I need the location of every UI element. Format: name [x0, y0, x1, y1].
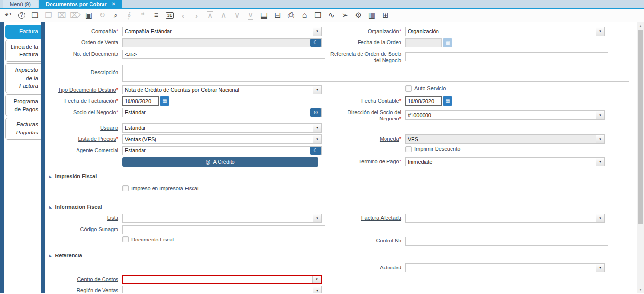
- organizacion-field[interactable]: ▼: [405, 27, 605, 36]
- imprimir-descuento-checkbox[interactable]: [405, 146, 412, 152]
- tipo-documento-field[interactable]: ▼: [122, 85, 322, 94]
- archive-viewer-icon[interactable]: ▥: [366, 10, 378, 21]
- lista-field[interactable]: ▼: [122, 214, 322, 223]
- print-icon[interactable]: ⎙: [285, 10, 297, 21]
- auto-servicio-checkbox[interactable]: [405, 85, 412, 92]
- organizacion-dropdown-button[interactable]: ▼: [596, 27, 604, 36]
- tab-documentos-por-cobrar[interactable]: Documentos por Cobrar ✕: [39, 0, 122, 8]
- impreso-fiscal-checkbox[interactable]: [122, 185, 129, 191]
- calendar-icon: ▦: [162, 98, 167, 104]
- usuario-dropdown-button[interactable]: ▼: [313, 124, 321, 132]
- centro-costos-field[interactable]: ▼: [122, 275, 322, 284]
- lista-precios-field[interactable]: ▼: [122, 134, 322, 144]
- calendar-icon[interactable]: 31: [164, 10, 176, 21]
- save-icon[interactable]: ▣: [83, 10, 95, 21]
- sidebar-tab-factura[interactable]: Factura: [5, 25, 41, 39]
- lista-dropdown-button[interactable]: ▼: [313, 214, 321, 222]
- agente-comercial-field[interactable]: ☾: [122, 146, 322, 155]
- termino-pago-field[interactable]: ▼: [405, 157, 605, 166]
- a-credito-button[interactable]: @ A Crédito: [122, 157, 318, 167]
- find-icon[interactable]: ⌕: [110, 10, 122, 21]
- factura-afectada-dropdown-button[interactable]: ▼: [596, 214, 604, 222]
- no-documento-input[interactable]: [122, 50, 325, 59]
- agente-comercial-input[interactable]: [123, 147, 310, 155]
- agente-comercial-search-button[interactable]: ☾: [310, 147, 321, 155]
- factura-afectada-input[interactable]: [406, 214, 596, 222]
- lista-precios-dropdown-button[interactable]: ▼: [313, 135, 321, 143]
- vertical-scrollbar[interactable]: ▲ ▼: [637, 22, 644, 293]
- socio-negocio-field[interactable]: ⊙: [122, 108, 322, 117]
- termino-pago-dropdown-button[interactable]: ▼: [596, 158, 604, 166]
- next-record-icon: ∨: [231, 10, 243, 21]
- collapse-triangle-icon: ◣: [49, 175, 52, 178]
- direccion-socio-field[interactable]: ▼: [405, 110, 605, 120]
- report-icon[interactable]: ▤: [258, 10, 270, 21]
- scroll-down-icon[interactable]: ▼: [639, 288, 642, 291]
- section-impresion-fiscal[interactable]: ◣ Impresión Fiscal: [45, 171, 629, 180]
- zoom-across-icon[interactable]: ❒: [312, 10, 324, 21]
- orden-venta-search-button[interactable]: ☾: [310, 39, 321, 47]
- control-no-input[interactable]: [405, 237, 608, 246]
- direccion-socio-input[interactable]: [406, 111, 596, 119]
- sidebar-tab-programa-de-pagos[interactable]: Programa de Pagos: [5, 94, 41, 116]
- workflow-icon[interactable]: ∿: [325, 10, 337, 21]
- tipo-documento-dropdown-button[interactable]: ▼: [313, 86, 321, 94]
- direccion-socio-dropdown-button[interactable]: ▼: [596, 111, 604, 119]
- organizacion-input[interactable]: [406, 27, 596, 36]
- lista-input[interactable]: [123, 214, 313, 222]
- descripcion-textarea[interactable]: [122, 65, 629, 82]
- actividad-field[interactable]: ▼: [405, 263, 605, 272]
- codigo-sunagro-input[interactable]: [122, 225, 325, 234]
- fecha-facturacion-field[interactable]: ▦: [122, 96, 169, 106]
- socio-negocio-info-button[interactable]: ⊙: [310, 108, 321, 117]
- chevron-down-icon: ▼: [599, 267, 602, 269]
- scroll-up-icon[interactable]: ▲: [639, 24, 642, 27]
- documento-fiscal-checkbox[interactable]: [122, 236, 129, 242]
- centro-costos-dropdown-button[interactable]: ▼: [312, 276, 321, 283]
- usuario-input[interactable]: [123, 124, 313, 132]
- section-informacion-fiscal[interactable]: ◣ Informacion Fiscal: [45, 201, 629, 211]
- compania-input[interactable]: [123, 27, 313, 36]
- moneda-dropdown-button[interactable]: ▼: [596, 135, 604, 143]
- tipo-documento-input[interactable]: [123, 86, 313, 94]
- control-no-label: Control No: [328, 236, 405, 244]
- close-tab-icon[interactable]: ✕: [112, 1, 116, 7]
- fecha-contable-field[interactable]: ▦: [405, 96, 452, 106]
- section-referencia[interactable]: ◣ Referencia: [45, 250, 629, 259]
- region-ventas-input[interactable]: [123, 286, 313, 293]
- region-ventas-field[interactable]: ▼: [122, 286, 322, 293]
- compania-dropdown-button[interactable]: ▼: [313, 27, 321, 36]
- undo-icon[interactable]: ↶: [2, 10, 14, 21]
- centro-costos-input[interactable]: [123, 276, 312, 283]
- socio-negocio-input[interactable]: [123, 108, 310, 117]
- fecha-facturacion-input[interactable]: [122, 96, 159, 106]
- scrollbar-thumb[interactable]: [638, 30, 643, 224]
- archive-icon[interactable]: ⊟: [271, 10, 283, 21]
- sidebar-tab-impuesto-de-la-factura[interactable]: Impuesto de la Factura: [5, 63, 41, 93]
- sidebar-tab-linea-de-la-factura[interactable]: Línea de la Factura: [5, 40, 41, 62]
- invoice-form: Compañía* ▼ Organización* ▼ Orden de Ven…: [45, 22, 637, 293]
- report-window-icon[interactable]: ⊞: [379, 10, 391, 21]
- compania-field[interactable]: ▼: [122, 27, 322, 36]
- fecha-facturacion-calendar-button[interactable]: ▦: [160, 96, 169, 106]
- help-icon[interactable]: ?: [15, 10, 27, 21]
- actividad-dropdown-button[interactable]: ▼: [596, 264, 604, 272]
- termino-pago-label: Término de Pago*: [328, 157, 405, 165]
- send-mail-icon[interactable]: ➢: [339, 10, 351, 21]
- tab-menu[interactable]: Menú (9): [3, 0, 38, 8]
- lista-precios-input[interactable]: [123, 135, 313, 143]
- actividad-input[interactable]: [406, 264, 596, 272]
- factura-afectada-field[interactable]: ▼: [405, 214, 605, 223]
- referencia-orden-input[interactable]: [405, 52, 608, 61]
- termino-pago-input[interactable]: [406, 158, 596, 166]
- fecha-contable-calendar-button[interactable]: ▦: [443, 96, 452, 106]
- grid-toggle-icon[interactable]: ≡: [150, 10, 162, 21]
- new-record-icon[interactable]: ❏: [29, 10, 41, 21]
- region-ventas-dropdown-button[interactable]: ▼: [313, 286, 321, 293]
- fecha-contable-input[interactable]: [405, 96, 442, 106]
- lock-icon[interactable]: ⌂: [298, 10, 310, 21]
- settings-icon[interactable]: ⚙: [352, 10, 364, 21]
- usuario-field[interactable]: ▼: [122, 123, 322, 133]
- moneda-field: ▼: [405, 134, 605, 144]
- sidebar-tab-facturas-pagadas[interactable]: Facturas Pagadas: [5, 118, 41, 139]
